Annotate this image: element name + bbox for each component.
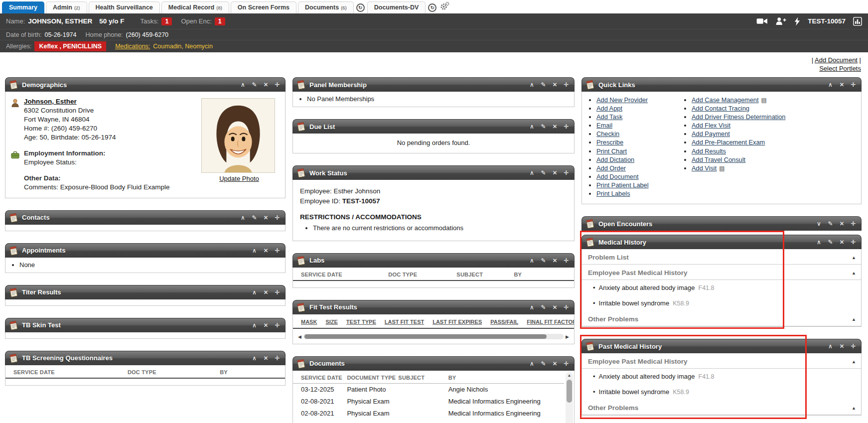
column-header-link[interactable]: LAST FIT TEST — [385, 319, 424, 325]
column-header-link[interactable]: FINAL FIT FACTOR — [527, 319, 574, 325]
tab-documents-dv[interactable]: Documents-DV — [367, 1, 426, 13]
close-icon[interactable]: ✕ — [552, 304, 558, 311]
close-icon[interactable]: ✕ — [552, 360, 558, 367]
close-icon[interactable]: ✕ — [839, 220, 845, 227]
edit-icon[interactable]: ✎ — [540, 304, 547, 311]
collapse-caret-icon[interactable]: ▲ — [852, 271, 856, 276]
collapse-icon[interactable]: ∧ — [251, 322, 258, 329]
tasks-count-badge[interactable]: 1 — [161, 17, 172, 25]
column-header-link[interactable]: PASS/FAIL — [490, 319, 518, 325]
quick-link[interactable]: Add Driver Fitness Determination — [692, 113, 785, 121]
move-icon[interactable]: ✛ — [274, 289, 281, 296]
move-icon[interactable]: ✛ — [563, 81, 570, 88]
move-icon[interactable]: ✛ — [850, 220, 857, 227]
quick-link[interactable]: Prescribe — [596, 139, 623, 146]
column-header-link[interactable]: TEST TYPE — [346, 319, 376, 325]
quick-link[interactable]: Email — [596, 122, 612, 129]
move-icon[interactable]: ✛ — [274, 81, 281, 88]
edit-icon[interactable]: ✎ — [540, 81, 547, 88]
move-icon[interactable]: ✛ — [274, 355, 281, 362]
close-icon[interactable]: ✕ — [552, 81, 558, 88]
edit-icon[interactable]: ✎ — [251, 214, 258, 221]
medications-label[interactable]: Medications: — [115, 43, 150, 50]
collapse-caret-icon[interactable]: ▲ — [852, 255, 856, 260]
quick-link[interactable]: Add Dictation — [596, 156, 634, 163]
add-person-icon[interactable] — [775, 17, 787, 25]
quick-link[interactable]: Add Case Management — [692, 96, 758, 104]
collapse-icon[interactable]: ∧ — [251, 247, 258, 254]
tab-documents[interactable]: Documents(6) — [298, 1, 354, 13]
quick-link[interactable]: Add Results — [692, 147, 726, 155]
add-document-link[interactable]: Add Document — [815, 56, 858, 64]
quick-link[interactable]: Add Appt — [596, 105, 622, 112]
expand-icon[interactable]: ∨ — [816, 220, 822, 227]
move-icon[interactable]: ✛ — [563, 123, 570, 130]
move-icon[interactable]: ✛ — [563, 360, 570, 367]
refresh-icon[interactable]: ↻ — [428, 3, 436, 12]
list-icon[interactable]: ▤ — [719, 165, 724, 172]
edit-icon[interactable]: ✎ — [827, 239, 834, 246]
collapse-icon[interactable]: ∧ — [529, 123, 535, 130]
move-icon[interactable]: ✛ — [563, 304, 570, 311]
scroll-right-icon[interactable]: ▶ — [564, 334, 571, 339]
collapse-icon[interactable]: ∧ — [529, 81, 535, 88]
close-icon[interactable]: ✕ — [263, 81, 269, 88]
edit-icon[interactable]: ✎ — [540, 360, 547, 367]
edit-icon[interactable]: ✎ — [540, 257, 547, 264]
move-icon[interactable]: ✛ — [274, 214, 281, 221]
tab-summary[interactable]: Summary — [2, 1, 44, 13]
move-icon[interactable]: ✛ — [850, 239, 857, 246]
collapse-icon[interactable]: ∧ — [816, 239, 822, 246]
medical-history-header[interactable]: Medical History ∧ ✎ ✕ ✛ — [581, 235, 862, 249]
titer-results-header[interactable]: Titer Results ∧ ✕ ✛ — [5, 285, 286, 299]
edit-icon[interactable]: ✎ — [540, 169, 547, 176]
collapse-icon[interactable]: ∧ — [240, 214, 246, 221]
quick-link[interactable]: Add Visit — [692, 164, 717, 172]
move-icon[interactable]: ✛ — [563, 169, 570, 176]
documents-header[interactable]: Documents ∧ ✎ ✕ ✛ — [292, 356, 575, 371]
past-medical-history-header[interactable]: Past Medical History ∧ ✕ ✛ — [581, 339, 862, 353]
scroll-up-icon[interactable]: ▲ — [566, 372, 573, 379]
collapse-icon[interactable]: ∧ — [827, 343, 834, 350]
collapse-caret-icon[interactable]: ▲ — [852, 359, 856, 364]
open-enc-count-badge[interactable]: 1 — [215, 17, 225, 25]
bar-chart-icon[interactable] — [853, 17, 862, 26]
close-icon[interactable]: ✕ — [839, 343, 845, 350]
patient-name-link[interactable]: Johnson, Esther — [24, 98, 77, 105]
quick-link[interactable]: Add Pre-Placement Exam — [692, 139, 765, 146]
close-icon[interactable]: ✕ — [263, 247, 269, 254]
quick-link[interactable]: Print Chart — [596, 147, 627, 155]
collapse-icon[interactable]: ∧ — [251, 289, 258, 296]
lightning-bolt-icon[interactable] — [794, 17, 800, 26]
work-status-header[interactable]: Work Status ∧ ✎ ✕ ✛ — [292, 165, 575, 180]
quick-link[interactable]: Checkin — [596, 130, 619, 138]
update-photo-link[interactable]: Update Photo — [219, 175, 259, 182]
open-encounters-header[interactable]: Open Encounters ∨ ✎ ✕ ✛ — [581, 216, 862, 231]
close-icon[interactable]: ✕ — [552, 123, 558, 130]
demographics-header[interactable]: Demographics ∧ ✎ ✕ ✛ — [5, 77, 286, 92]
quick-links-header[interactable]: Quick Links ∧ ✕ ✛ — [581, 77, 862, 92]
column-header-link[interactable]: SIZE — [325, 319, 337, 325]
tab-admin[interactable]: Admin(2) — [46, 1, 87, 13]
column-header-link[interactable]: LAST FIT EXPIRES — [433, 319, 482, 325]
quick-link[interactable]: Add Payment — [692, 130, 730, 138]
close-icon[interactable]: ✕ — [839, 81, 845, 88]
list-icon[interactable]: ▤ — [761, 97, 766, 104]
collapse-icon[interactable]: ∧ — [240, 81, 246, 88]
column-header-link[interactable]: MASK — [301, 319, 317, 325]
refresh-icon[interactable]: ↻ — [356, 3, 365, 12]
table-row[interactable]: 02-08-2021 Physical Exam Medical Informa… — [293, 408, 564, 420]
video-camera-icon[interactable] — [756, 17, 768, 25]
quick-link[interactable]: Add New Provider — [596, 96, 648, 104]
scroll-left-icon[interactable]: ◀ — [296, 334, 303, 339]
quick-link[interactable]: Print Labels — [596, 190, 630, 197]
scrollbar-thumb[interactable] — [304, 334, 547, 339]
move-icon[interactable]: ✛ — [850, 343, 857, 350]
close-icon[interactable]: ✕ — [552, 169, 558, 176]
collapse-caret-icon[interactable]: ▲ — [852, 317, 856, 322]
tb-skin-test-header[interactable]: TB Skin Test ∧ ✕ ✛ — [5, 318, 286, 332]
quick-link[interactable]: Add Flex Visit — [692, 122, 730, 129]
quick-link[interactable]: Print Patient Label — [596, 181, 649, 189]
tb-screening-header[interactable]: TB Screening Questionnaires ∧ ✕ ✛ — [5, 351, 286, 365]
close-icon[interactable]: ✕ — [552, 257, 558, 264]
